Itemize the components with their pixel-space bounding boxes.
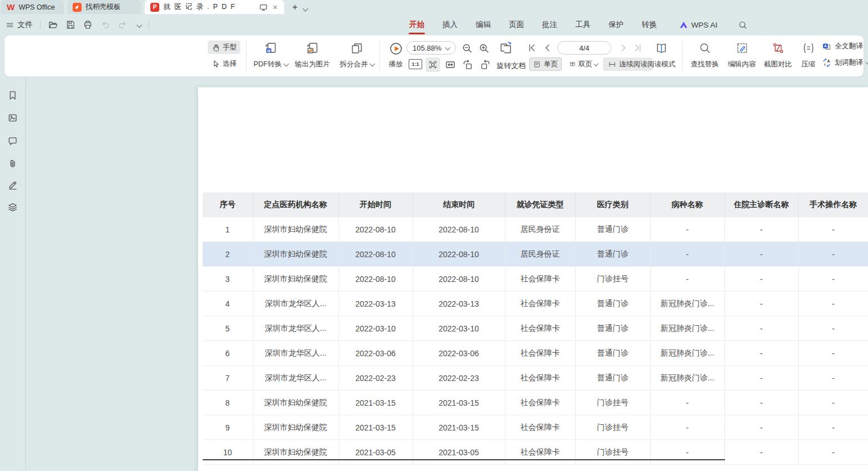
table-cell: 普通门诊 [575, 291, 650, 316]
table-cell: 居民身份证 [505, 217, 575, 242]
find-replace-button[interactable]: 查找替换 [687, 39, 723, 72]
wps-ai-button[interactable]: WPS AI [679, 20, 718, 30]
actual-size-button[interactable]: 1:1 [409, 59, 422, 69]
save-icon[interactable] [65, 20, 75, 30]
print-icon[interactable] [83, 20, 93, 30]
screenshot-compare-button[interactable]: 截图对比 [760, 39, 796, 72]
ribbon-tab-7[interactable]: 转换 [641, 14, 657, 35]
quick-access-chevron-icon[interactable] [137, 22, 142, 28]
export-image-button[interactable]: 输出为图片 [290, 39, 334, 72]
hand-icon [212, 43, 220, 52]
screen-share-icon[interactable] [259, 3, 268, 12]
ribbon-tab-3[interactable]: 页面 [508, 14, 525, 35]
zoom-in-icon[interactable] [478, 43, 490, 54]
bookmark-icon[interactable] [7, 90, 18, 101]
table-cell: - [650, 440, 724, 465]
word-translate-button[interactable]: xA 划词翻译 [822, 58, 868, 68]
tab-list-chevron-icon[interactable] [302, 6, 308, 12]
rotate-doc-label[interactable]: 旋转文档 [496, 61, 526, 71]
table-cell: 深圳市龙华区人... [253, 366, 338, 391]
previous-page-icon[interactable] [543, 43, 553, 53]
next-page-icon[interactable] [618, 43, 628, 53]
table-header-row: 序号定点医药机构名称开始时间结束时间就诊凭证类型医疗类别病种名称住院主诊断名称手… [203, 192, 868, 217]
table-header-cell: 医疗类别 [575, 192, 650, 217]
table-cell: 2021-03-15 [413, 415, 505, 440]
split-merge-button[interactable]: 拆分合并 [334, 39, 379, 72]
tab-docer-templates[interactable]: 找稻壳模板 [67, 0, 141, 14]
one-to-one-label: 1:1 [411, 61, 419, 67]
undo-icon[interactable] [100, 20, 110, 30]
last-page-icon[interactable] [633, 43, 643, 53]
compress-button[interactable]: 压缩 [796, 39, 821, 72]
hand-tool-button[interactable]: 手型 [208, 41, 240, 54]
rotate-right-icon[interactable] [480, 59, 491, 71]
wps-office-window: W WPS Office 找稻壳模板 P 就医记录.PDF × + 文件 [0, 0, 868, 471]
table-cell: 深圳市妇幼保健院 [253, 242, 338, 267]
file-menu[interactable]: 文件 [6, 20, 33, 30]
table-cell: 社会保障卡 [505, 316, 575, 341]
double-page-icon [570, 60, 575, 69]
signature-pen-icon[interactable] [7, 180, 18, 190]
compress-icon [802, 42, 815, 55]
page-number-input[interactable]: 4/4 [557, 41, 611, 55]
ribbon-tab-1[interactable]: 插入 [442, 14, 458, 35]
table-cell: 深圳市龙华区人... [253, 341, 338, 366]
menu-row: 文件 开始插入编辑页面批注工具保护转换 WPS AI [0, 14, 868, 35]
open-folder-icon[interactable] [48, 20, 58, 30]
table-cell: - [724, 267, 798, 291]
table-row: 4深圳市龙华区人...2022-03-132022-03-13社会保障卡普通门诊… [203, 291, 868, 316]
divider [379, 41, 380, 71]
book-icon [655, 42, 668, 55]
redo-icon[interactable] [118, 20, 128, 30]
ribbon-tabs: 开始插入编辑页面批注工具保护转换 WPS AI [409, 14, 748, 35]
table-cell: 5 [203, 316, 253, 341]
play-button[interactable]: 播放 [383, 39, 409, 72]
edit-content-button[interactable]: 编辑内容 [724, 39, 760, 72]
table-cell: 新冠肺炎门诊... [650, 316, 724, 341]
thumbnail-icon[interactable] [7, 113, 18, 123]
pdf-convert-button[interactable]: W PDF转换 [251, 39, 290, 72]
sidebar-divider [25, 77, 26, 471]
table-cell: - [724, 391, 798, 415]
layers-icon[interactable] [7, 202, 18, 213]
new-tab-button[interactable]: + [292, 2, 298, 13]
ribbon-tab-6[interactable]: 保护 [608, 14, 624, 35]
table-cell: - [650, 391, 724, 415]
full-translate-button[interactable]: A 全文翻译 [822, 42, 863, 51]
ribbon-tab-2[interactable]: 编辑 [475, 14, 491, 35]
pdf-convert-icon: W [264, 42, 278, 55]
table-cell: 2021-03-15 [338, 391, 413, 415]
edit-content-label: 编辑内容 [728, 60, 756, 69]
tab-wps-office[interactable]: W WPS Office [1, 0, 64, 14]
comment-icon[interactable] [7, 136, 18, 146]
table-cell: 深圳市龙华区人... [253, 291, 338, 316]
divider [40, 20, 41, 29]
tab-document[interactable]: P 就医记录.PDF × [145, 0, 284, 14]
ribbon-tab-5[interactable]: 工具 [575, 14, 591, 35]
first-page-icon[interactable] [527, 43, 537, 53]
reorganize-pages-icon[interactable] [499, 41, 514, 56]
double-page-button[interactable]: 双页 [566, 57, 601, 71]
search-icon[interactable] [738, 20, 748, 30]
continuous-reading-icon [608, 60, 616, 69]
split-merge-icon [350, 42, 364, 55]
table-row: 8深圳市妇幼保健院2021-03-152021-03-15社会保障卡门诊挂号--… [203, 391, 868, 415]
table-cell: - [724, 415, 798, 440]
ribbon-tab-4[interactable]: 批注 [542, 14, 558, 35]
select-tool-button[interactable]: 选择 [208, 57, 240, 70]
ribbon-tab-0[interactable]: 开始 [409, 14, 425, 35]
attachment-icon[interactable] [7, 158, 18, 169]
close-tab-icon[interactable]: × [272, 3, 279, 12]
zoom-level-select[interactable]: 105.88% [406, 41, 456, 55]
read-mode-button[interactable]: 阅读模式 [644, 39, 679, 72]
table-cell: - [650, 242, 724, 267]
table-cell: 2022-08-10 [413, 267, 505, 291]
rotate-left-icon[interactable] [462, 59, 473, 71]
fit-width-icon[interactable] [445, 59, 456, 70]
page-indicator-value: 4/4 [579, 44, 589, 52]
single-page-button[interactable]: 单页 [529, 57, 562, 71]
find-replace-icon [699, 42, 712, 55]
zoom-out-icon[interactable] [462, 43, 473, 54]
fit-page-button[interactable] [426, 57, 440, 72]
table-cell: - [798, 415, 868, 440]
